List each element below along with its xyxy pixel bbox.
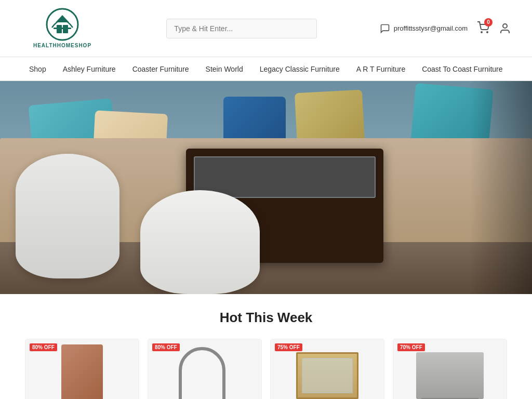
logo-area[interactable]: HEALTHHOMESHOP — [21, 8, 104, 49]
product-thumb-2 — [179, 347, 231, 399]
hero-image — [0, 81, 532, 294]
svg-point-0 — [47, 9, 78, 40]
cart-button[interactable]: 0 — [477, 21, 489, 36]
navbar: Shop Ashley Furniture Coaster Furniture … — [0, 57, 532, 81]
search-bar — [119, 19, 364, 38]
nav-item-coaster[interactable]: Coaster Furniture — [124, 57, 197, 81]
nav-item-legacy[interactable]: Legacy Classic Furniture — [251, 57, 348, 81]
nav-item-shop[interactable]: Shop — [21, 57, 55, 81]
hot-section: Hot This Week 80% OFF 80% OFF 75% OFF — [0, 294, 532, 399]
contact-email: proffittsstysr@gmail.com — [380, 23, 468, 34]
discount-badge-3: 75% OFF — [275, 343, 302, 351]
hero-banner — [0, 81, 532, 294]
nav-item-ashley[interactable]: Ashley Furniture — [55, 57, 124, 81]
header-right: proffittsstysr@gmail.com 0 — [380, 21, 511, 36]
cart-badge: 0 — [484, 18, 493, 26]
product-card-4[interactable]: 70% OFF — [393, 339, 507, 399]
products-row: 80% OFF 80% OFF 75% OFF 70% OFF — [21, 339, 511, 399]
product-image-4: 70% OFF — [393, 339, 507, 399]
product-card-1[interactable]: 80% OFF — [25, 339, 139, 399]
logo-icon — [44, 8, 81, 42]
svg-point-6 — [487, 32, 488, 33]
email-text: proffittsstysr@gmail.com — [394, 24, 468, 32]
svg-rect-3 — [54, 28, 71, 29]
nav-item-coast[interactable]: Coast To Coast Furniture — [414, 57, 511, 81]
product-thumb-3 — [296, 352, 358, 399]
product-thumb-4 — [416, 352, 484, 399]
search-input[interactable] — [166, 19, 317, 38]
product-card-2[interactable]: 80% OFF — [148, 339, 262, 399]
product-image-2: 80% OFF — [148, 339, 261, 399]
chat-icon — [380, 23, 390, 34]
user-icon[interactable] — [499, 22, 511, 35]
svg-point-7 — [503, 24, 507, 28]
product-thumb-1 — [61, 344, 103, 399]
product-image-3: 75% OFF — [271, 339, 384, 399]
discount-badge-2: 80% OFF — [152, 343, 180, 351]
discount-badge-1: 80% OFF — [30, 343, 57, 351]
product-card-3[interactable]: 75% OFF — [270, 339, 384, 399]
header: HEALTHHOMESHOP proffittsstysr@gmail.com … — [0, 0, 532, 57]
nav-item-stein[interactable]: Stein World — [197, 57, 251, 81]
hot-section-title: Hot This Week — [21, 310, 511, 326]
product-image-1: 80% OFF — [25, 339, 139, 399]
svg-point-5 — [481, 32, 482, 33]
discount-badge-4: 70% OFF — [397, 343, 425, 351]
nav-item-art[interactable]: A R T Furniture — [348, 57, 414, 81]
svg-marker-4 — [56, 15, 69, 22]
logo-text: HEALTHHOMESHOP — [33, 43, 91, 49]
